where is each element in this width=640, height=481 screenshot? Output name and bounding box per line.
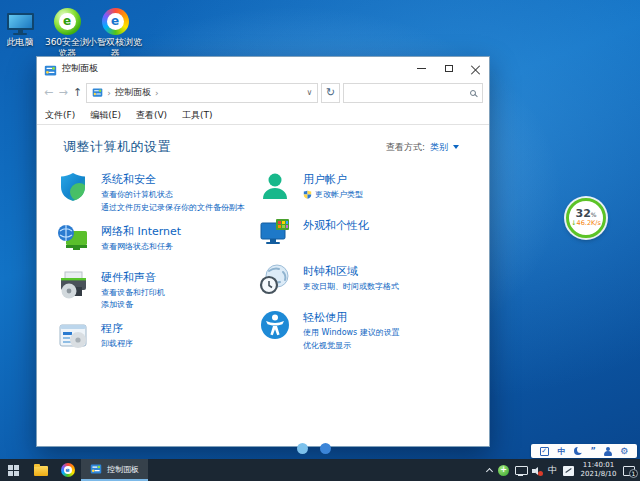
action-center-icon[interactable]: 1 — [623, 466, 635, 476]
category-link[interactable]: 更改帐户类型 — [303, 189, 363, 204]
breadcrumb-item[interactable]: 控制面板 — [115, 86, 151, 99]
network-icon[interactable] — [515, 466, 526, 476]
category-hardware-sound[interactable]: 硬件和声音 查看设备和打印机 添加设备 — [57, 269, 259, 313]
notification-badge: 1 — [629, 469, 638, 478]
category-title[interactable]: 系统和安全 — [101, 172, 245, 187]
net-speed-widget[interactable]: 32% ↓46.2K/s — [566, 198, 606, 238]
breadcrumb-chevron[interactable]: › — [155, 88, 159, 98]
ime-indicator[interactable]: 中 — [548, 464, 557, 477]
maximize-icon — [445, 65, 453, 72]
menu-tools[interactable]: 工具(T) — [182, 109, 213, 122]
xiaozhi-browser-icon: e — [88, 4, 142, 35]
personalization-icon — [259, 217, 291, 249]
ime-mode-toggle[interactable]: 中 — [557, 446, 565, 457]
up-button[interactable]: ↑ — [72, 86, 83, 99]
refresh-button[interactable]: ↻ — [321, 83, 340, 103]
control-panel-window: 控制面板 ← → ↑ › 控制面板 › ∨ ↻ 文件(F) 编辑(E) 查看(V… — [36, 56, 490, 447]
desktop-icon-this-pc[interactable]: 此电脑 — [0, 4, 40, 48]
menu-view[interactable]: 查看(V) — [136, 109, 167, 122]
category-appearance-personalization[interactable]: 外观和个性化 — [259, 217, 400, 255]
category-link[interactable]: 查看网络状态和任务 — [101, 241, 181, 254]
programs-icon — [57, 320, 89, 352]
category-link[interactable]: 使用 Windows 建议的设置 — [303, 327, 400, 340]
network-globe-icon — [57, 223, 89, 255]
maximize-button[interactable] — [435, 57, 462, 79]
uac-shield-icon — [303, 190, 312, 204]
ime-pad-icon[interactable] — [563, 466, 574, 476]
memory-percent: 32% — [575, 208, 596, 219]
minimize-button[interactable] — [408, 57, 435, 79]
category-clock-region[interactable]: 时钟和区域 更改日期、时间或数字格式 — [259, 263, 400, 301]
category-title[interactable]: 网络和 Internet — [101, 224, 181, 239]
start-button[interactable] — [0, 459, 27, 481]
category-user-accounts[interactable]: 用户帐户 更改帐户类型 — [259, 171, 400, 209]
category-link[interactable]: 查看你的计算机状态 — [101, 189, 245, 202]
clock-time: 11:40:01 — [580, 461, 617, 470]
system-tray: + 中 11:40:01 2021/8/10 1 — [482, 459, 640, 481]
360-tray-icon[interactable]: + — [498, 465, 509, 476]
search-box[interactable] — [343, 83, 483, 103]
category-system-security[interactable]: 系统和安全 查看你的计算机状态 通过文件历史记录保存你的文件备份副本 — [57, 171, 259, 215]
view-by: 查看方式: 类别 — [386, 141, 459, 154]
desktop-icon-xiaozhi-browser[interactable]: e 小智双核浏览器 — [88, 4, 142, 59]
category-link[interactable]: 优化视觉显示 — [303, 340, 400, 353]
view-by-value[interactable]: 类别 — [430, 141, 448, 154]
control-panel-icon — [90, 463, 102, 475]
ime-state-icon[interactable]: ✓ — [540, 447, 549, 456]
volume-muted-icon[interactable] — [532, 466, 542, 475]
ime-user-icon[interactable] — [604, 447, 612, 456]
tray-expand-chevron-icon[interactable] — [486, 467, 493, 474]
address-dropdown-icon[interactable]: ∨ — [306, 88, 312, 97]
category-network-internet[interactable]: 网络和 Internet 查看网络状态和任务 — [57, 223, 259, 261]
address-bar[interactable]: › 控制面板 › ∨ — [86, 83, 318, 103]
menu-edit[interactable]: 编辑(E) — [90, 109, 121, 122]
ease-of-access-icon — [259, 309, 291, 341]
minimize-icon — [417, 68, 426, 69]
ime-settings-icon[interactable]: ⚙ — [620, 446, 628, 456]
download-speed: ↓46.2K/s — [571, 219, 601, 227]
category-title[interactable]: 时钟和区域 — [303, 264, 399, 279]
navigation-bar: ← → ↑ › 控制面板 › ∨ ↻ — [37, 79, 489, 106]
taskbar: e 控制面板 + 中 11:40:01 2021/8/10 1 — [0, 459, 640, 481]
punctuation-icon[interactable]: ’’ — [591, 447, 595, 456]
file-explorer-button[interactable] — [27, 459, 54, 481]
desktop-icon-360-browser[interactable]: e 360安全浏览器 — [42, 4, 92, 59]
fullwidth-moon-icon[interactable] — [574, 447, 582, 455]
title-bar[interactable]: 控制面板 — [37, 57, 489, 79]
windows-logo-icon — [8, 465, 19, 476]
mute-dot — [538, 471, 543, 476]
page-dot-2[interactable] — [320, 443, 331, 454]
taskbar-clock[interactable]: 11:40:01 2021/8/10 — [580, 461, 617, 480]
category-link[interactable]: 通过文件历史记录保存你的文件备份副本 — [101, 202, 245, 215]
window-title: 控制面板 — [62, 62, 408, 75]
category-link[interactable]: 更改日期、时间或数字格式 — [303, 281, 399, 294]
control-panel-home: 调整计算机的设置 查看方式: 类别 系统和安全 查看你的计算机状态 通过文件历史… — [37, 125, 489, 446]
category-link[interactable]: 添加设备 — [101, 299, 165, 312]
category-title[interactable]: 硬件和声音 — [101, 270, 165, 285]
category-programs[interactable]: 程序 卸载程序 — [57, 320, 259, 358]
category-title[interactable]: 外观和个性化 — [303, 218, 369, 233]
desktop-icon-label: 此电脑 — [0, 37, 40, 48]
search-input[interactable] — [350, 88, 470, 98]
menu-file[interactable]: 文件(F) — [45, 109, 75, 122]
printer-icon — [57, 269, 89, 301]
category-ease-of-access[interactable]: 轻松使用 使用 Windows 建议的设置 优化视觉显示 — [259, 309, 400, 353]
chevron-down-icon[interactable] — [453, 145, 459, 149]
ime-language-bar[interactable]: ✓ 中 ’’ ⚙ — [531, 444, 637, 458]
task-label: 控制面板 — [107, 464, 139, 475]
breadcrumb-chevron: › — [107, 88, 111, 98]
category-link[interactable]: 查看设备和打印机 — [101, 287, 165, 300]
forward-button[interactable]: → — [57, 86, 68, 99]
close-icon — [471, 64, 480, 73]
category-link[interactable]: 卸载程序 — [101, 338, 133, 351]
close-button[interactable] — [462, 57, 489, 79]
back-button[interactable]: ← — [43, 86, 54, 99]
category-title[interactable]: 用户帐户 — [303, 172, 363, 187]
category-title[interactable]: 程序 — [101, 321, 133, 336]
clock-region-icon — [259, 263, 291, 295]
browser-taskbar-button[interactable]: e — [54, 459, 81, 481]
taskbar-task-control-panel[interactable]: 控制面板 — [81, 459, 148, 481]
page-dot-1[interactable] — [297, 443, 308, 454]
clock-date: 2021/8/10 — [580, 470, 617, 479]
category-title[interactable]: 轻松使用 — [303, 310, 400, 325]
